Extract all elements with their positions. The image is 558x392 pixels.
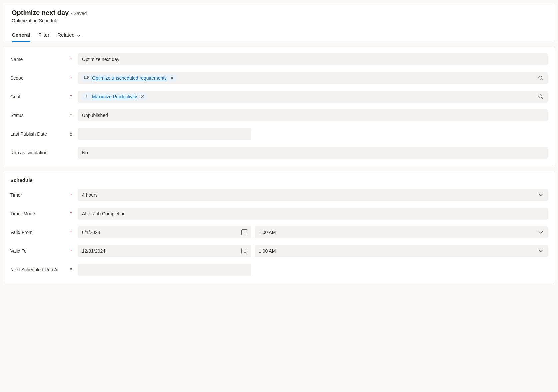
input-value: Optimize next day [82,57,544,62]
field-label: Valid To [10,248,27,254]
lookup-link[interactable]: Optimize unscheduled requirements [92,75,167,81]
name-input[interactable]: Optimize next day [78,53,548,65]
required-marker: * [69,212,73,216]
field-label: Status [10,113,24,118]
chevron-down-icon [538,229,544,235]
next-run-field [78,264,251,276]
field-value: After Job Completion [82,211,544,216]
required-marker: * [69,76,73,80]
save-status: - Saved [71,11,87,16]
required-marker: * [69,57,73,61]
remove-icon[interactable]: ✕ [140,94,145,99]
tab-label: General [12,32,30,38]
lock-icon [69,268,73,272]
field-value: No [82,150,544,155]
tab-filter[interactable]: Filter [38,32,49,42]
tab-general[interactable]: General [12,32,30,42]
valid-to-date-input[interactable]: 12/31/2024 [78,245,251,257]
svg-point-1 [539,76,542,79]
timer-mode-field[interactable]: After Job Completion [78,208,548,220]
svg-rect-3 [70,115,72,117]
goal-lookup[interactable]: Maximize Productivity ✕ [78,91,548,103]
field-label: Next Scheduled Run At [10,267,59,272]
required-marker: * [69,230,73,234]
field-row-last-publish: Last Publish Date [10,128,548,140]
required-marker: * [69,193,73,197]
field-label: Scope [10,75,24,81]
calendar-icon[interactable] [241,248,247,254]
lookup-tag: Maximize Productivity ✕ [82,93,147,100]
remove-icon[interactable]: ✕ [169,75,175,81]
lock-icon [69,113,73,117]
field-row-name: Name * Optimize next day [10,53,548,65]
field-label: Timer Mode [10,211,35,216]
field-row-next-run: Next Scheduled Run At [10,264,548,276]
field-label: Goal [10,94,20,99]
field-label: Last Publish Date [10,131,47,137]
field-label: Run as simulation [10,150,47,155]
run-as-simulation-field[interactable]: No [78,147,548,159]
entity-name: Optimization Schedule [12,18,546,23]
svg-rect-4 [70,134,72,136]
field-row-timer-mode: Timer Mode * After Job Completion [10,208,548,220]
last-publish-field [78,128,251,140]
status-field: Unpublished [78,109,548,121]
section-schedule: Schedule Timer * 4 hours Timer Mode * Af… [3,171,555,283]
page-title: Optimize next day [12,9,69,17]
lock-icon [69,132,73,136]
timer-select[interactable]: 4 hours [78,189,548,201]
select-value: 4 hours [82,192,535,198]
section-general: Name * Optimize next day Scope * Optimiz… [3,47,555,166]
field-value: Unpublished [82,113,544,118]
lookup-link[interactable]: Maximize Productivity [92,94,137,99]
chevron-down-icon [77,33,81,37]
goal-icon [84,94,89,99]
calendar-icon[interactable] [241,229,247,235]
tab-label: Related [57,32,75,38]
valid-from-date-input[interactable]: 6/1/2024 [78,226,251,238]
field-row-scope: Scope * Optimize unscheduled requirement… [10,72,548,84]
field-row-run-as-simulation: Run as simulation No [10,147,548,159]
record-header: Optimize next day - Saved Optimization S… [3,3,555,42]
date-value: 12/31/2024 [82,248,239,254]
time-value: 1:00 AM [259,230,535,235]
tab-label: Filter [38,32,49,38]
field-row-timer: Timer * 4 hours [10,189,548,201]
field-label: Name [10,57,23,62]
form-tabs: General Filter Related [12,32,546,42]
required-marker: * [69,95,73,99]
required-marker: * [69,249,73,253]
date-value: 6/1/2024 [82,230,239,235]
svg-rect-5 [70,269,72,271]
field-label: Timer [10,192,22,198]
valid-to-time-select[interactable]: 1:00 AM [255,245,548,257]
chevron-down-icon [538,192,544,198]
field-row-valid-from: Valid From * 6/1/2024 1:00 AM [10,226,548,238]
field-row-status: Status Unpublished [10,109,548,121]
svg-rect-0 [84,76,88,79]
chevron-down-icon [538,248,544,254]
field-row-valid-to: Valid To * 12/31/2024 1:00 AM [10,245,548,257]
search-icon[interactable] [538,94,544,100]
valid-from-time-select[interactable]: 1:00 AM [255,226,548,238]
lookup-tag: Optimize unscheduled requirements ✕ [82,74,177,82]
tab-related[interactable]: Related [57,32,81,42]
time-value: 1:00 AM [259,248,535,254]
search-icon[interactable] [538,75,544,81]
field-row-goal: Goal * Maximize Productivity ✕ [10,91,548,103]
scope-lookup[interactable]: Optimize unscheduled requirements ✕ [78,72,548,84]
svg-point-2 [539,95,542,98]
scope-icon [84,75,89,81]
field-label: Valid From [10,230,33,235]
section-title: Schedule [10,177,548,183]
